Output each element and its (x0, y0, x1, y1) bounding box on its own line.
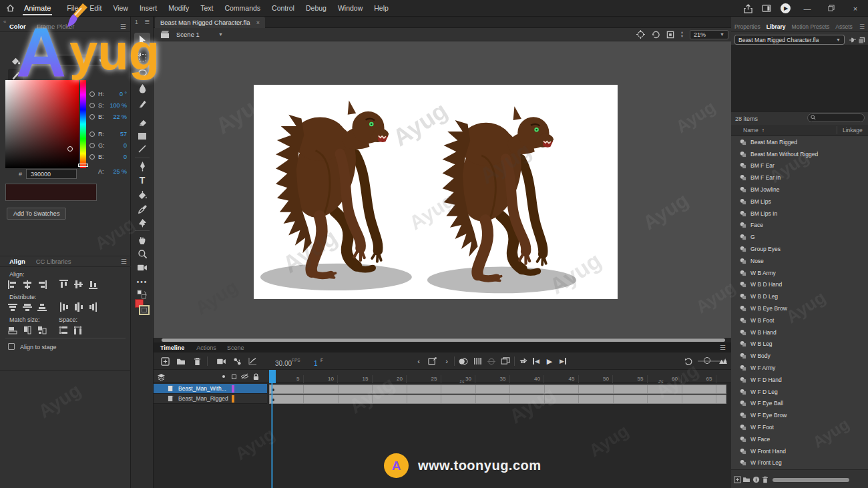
menu-item[interactable]: Debug (306, 4, 327, 12)
hue-value[interactable]: 0 ° (120, 91, 130, 97)
brightness-radio[interactable] (89, 114, 95, 119)
library-item-row[interactable]: W B D Hand (731, 279, 868, 291)
space-vertical-button[interactable] (57, 324, 69, 335)
red-value[interactable]: 57 (120, 131, 130, 138)
tab-align[interactable]: Align (9, 258, 25, 265)
show-parenting-button[interactable] (231, 355, 243, 367)
new-layer-button[interactable] (159, 355, 171, 367)
library-item-row[interactable]: W Front Leg (731, 457, 868, 469)
scene-chevron-icon[interactable]: ▼ (218, 32, 223, 37)
align-bottom-button[interactable] (87, 279, 99, 290)
library-item-row[interactable]: W F Army (731, 362, 868, 374)
share-icon[interactable] (744, 4, 752, 13)
restore-icon[interactable] (824, 5, 839, 13)
brightness-value[interactable]: 22 % (113, 113, 130, 120)
distribute-top-button[interactable] (7, 302, 19, 312)
free-transform-tool[interactable] (134, 50, 150, 65)
green-value[interactable]: 0 (124, 142, 130, 149)
library-item-row[interactable]: W F D Leg (731, 386, 868, 398)
align-horizontal-center-button[interactable] (21, 279, 33, 290)
workspace-icon[interactable] (762, 5, 771, 12)
saturation-value[interactable]: 100 % (110, 102, 130, 109)
color-picker-marker[interactable] (67, 146, 73, 152)
new-folder-button[interactable] (742, 475, 750, 483)
library-item-row[interactable]: W Face (731, 433, 868, 445)
layer-name[interactable]: Beast_Man_Rigged (178, 395, 228, 402)
library-item-row[interactable]: W F Eye Ball (731, 398, 868, 410)
library-item-row[interactable]: W Body (731, 350, 868, 362)
align-vertical-center-button[interactable] (72, 279, 84, 290)
frame-rate-field[interactable]: 30.00FPS (275, 356, 300, 369)
reset-timeline-zoom-button[interactable] (682, 355, 694, 367)
panel-menu-icon[interactable]: ☰ (120, 23, 126, 30)
library-item-row[interactable]: W B D Leg (731, 290, 868, 302)
alpha-value[interactable]: 25 % (113, 168, 130, 175)
beast-character-left[interactable] (259, 87, 426, 297)
document-tab[interactable]: Beast Man Rigged Character.fla × (155, 17, 265, 28)
stage-pasteboard[interactable] (154, 41, 731, 338)
distribute-horizontal-center-button[interactable] (72, 302, 84, 312)
menu-item[interactable]: Modify (168, 4, 189, 12)
asset-warp-tool[interactable] (134, 216, 150, 230)
saturation-radio[interactable] (89, 103, 95, 108)
panel-menu-icon[interactable]: ☰ (720, 344, 726, 351)
line-tool[interactable] (134, 142, 150, 156)
tab-color[interactable]: Color (9, 23, 26, 30)
library-search-box[interactable] (807, 113, 865, 122)
paint-bucket-tool[interactable] (134, 188, 150, 202)
animate-app-tab[interactable]: Animate (24, 0, 51, 17)
zoom-level-dropdown[interactable]: 21% ▼ (690, 30, 728, 39)
stage-horizontal-scrollbar[interactable] (154, 338, 731, 342)
match-height-button[interactable] (21, 324, 33, 335)
library-item-row[interactable]: Nose (731, 255, 868, 267)
sort-ascending-icon[interactable]: ↑ (762, 127, 765, 134)
library-item-row[interactable]: W F Foot (731, 421, 868, 433)
next-keyframe-button[interactable]: › (441, 355, 453, 367)
close-icon[interactable]: × (848, 5, 863, 13)
center-stage-icon[interactable] (636, 30, 645, 39)
minimize-icon[interactable]: — (800, 5, 815, 13)
panel-menu-icon[interactable]: ☰ (859, 23, 865, 30)
library-item-row[interactable]: W F Eye Brow (731, 409, 868, 421)
space-horizontal-button[interactable] (72, 324, 84, 335)
scene-breadcrumb[interactable]: Scene 1 (176, 31, 200, 38)
library-item-row[interactable]: W B Hand (731, 326, 868, 338)
align-to-stage-checkbox[interactable] (8, 343, 15, 350)
library-item-row[interactable]: Beast Man Without Rigged (731, 148, 868, 160)
menu-item[interactable]: Insert (140, 4, 157, 12)
column-name[interactable]: Name (743, 127, 758, 134)
red-radio[interactable] (89, 132, 95, 137)
clip-content-icon[interactable] (666, 31, 674, 39)
new-symbol-button[interactable] (733, 475, 741, 483)
beast-character-right[interactable] (426, 95, 590, 298)
library-item-row[interactable]: W Front Hand (731, 445, 868, 457)
library-item-row[interactable]: Face (731, 220, 868, 232)
tab-timeline[interactable]: Timeline (160, 344, 184, 351)
add-to-swatches-button[interactable]: Add To Swatches (7, 208, 66, 220)
search-input[interactable] (818, 115, 861, 121)
zoom-stepper[interactable]: ▲▼ (680, 31, 684, 38)
current-frame-field[interactable]: 1 F (314, 356, 323, 369)
hue-slider-marker[interactable] (78, 164, 88, 167)
timeline-zoom-slider[interactable] (704, 357, 710, 364)
distribute-right-button[interactable] (87, 302, 99, 312)
library-item-row[interactable]: W B Army (731, 267, 868, 279)
column-linkage[interactable]: Linkage (843, 127, 863, 134)
library-item-row[interactable]: BM Jowline (731, 184, 868, 196)
layer-outline-color[interactable] (232, 395, 234, 403)
delete-item-button[interactable] (761, 475, 769, 483)
hand-tool[interactable] (134, 232, 150, 247)
menu-item[interactable]: View (113, 4, 128, 12)
onion-skin-range-button[interactable] (485, 355, 497, 367)
outline-column-icon[interactable] (229, 372, 238, 381)
layer-name[interactable]: Beast_Man_With... (178, 385, 226, 392)
stroke-color-icon[interactable] (8, 54, 23, 67)
menu-item[interactable]: Help (374, 4, 389, 12)
layer-frames-span[interactable] (269, 385, 726, 394)
step-back-icon[interactable]: ◀ (530, 355, 542, 367)
eraser-tool[interactable] (134, 115, 150, 130)
tab-motion-presets[interactable]: Motion Presets (792, 23, 830, 30)
panel-menu-icon[interactable]: ☰ (121, 258, 127, 265)
test-movie-button[interactable]: ▶ (781, 3, 791, 13)
menu-item[interactable]: File (67, 4, 78, 12)
